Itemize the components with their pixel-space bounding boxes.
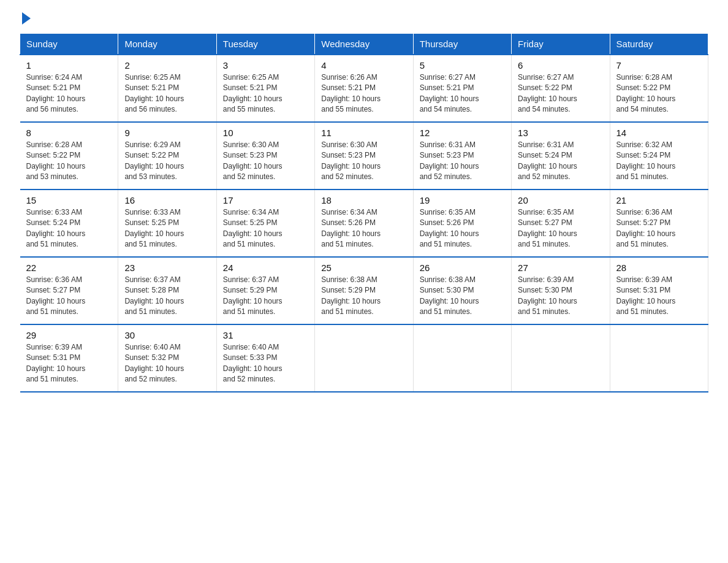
day-number: 4 [321, 60, 406, 71]
day-info: Sunrise: 6:39 AM Sunset: 5:31 PM Dayligh… [616, 275, 702, 318]
calendar-cell: 21 Sunrise: 6:36 AM Sunset: 5:27 PM Dayl… [610, 190, 708, 257]
calendar-cell [413, 324, 511, 392]
calendar-week-row: 1 Sunrise: 6:24 AM Sunset: 5:21 PM Dayli… [20, 55, 708, 122]
day-number: 1 [26, 60, 112, 71]
calendar-cell: 1 Sunrise: 6:24 AM Sunset: 5:21 PM Dayli… [20, 55, 118, 122]
day-info: Sunrise: 6:36 AM Sunset: 5:27 PM Dayligh… [26, 275, 112, 318]
calendar-cell: 8 Sunrise: 6:28 AM Sunset: 5:22 PM Dayli… [20, 122, 118, 190]
calendar-week-row: 8 Sunrise: 6:28 AM Sunset: 5:22 PM Dayli… [20, 122, 708, 190]
calendar-cell: 31 Sunrise: 6:40 AM Sunset: 5:33 PM Dayl… [216, 324, 314, 392]
calendar-cell: 17 Sunrise: 6:34 AM Sunset: 5:25 PM Dayl… [216, 190, 314, 257]
calendar-cell: 26 Sunrise: 6:38 AM Sunset: 5:30 PM Dayl… [413, 257, 511, 324]
calendar-cell: 11 Sunrise: 6:30 AM Sunset: 5:23 PM Dayl… [315, 122, 413, 190]
column-header-saturday: Saturday [610, 34, 708, 55]
column-header-sunday: Sunday [20, 34, 118, 55]
day-number: 19 [420, 195, 505, 205]
day-number: 29 [26, 330, 112, 340]
day-info: Sunrise: 6:36 AM Sunset: 5:27 PM Dayligh… [616, 207, 702, 250]
day-number: 18 [321, 195, 406, 205]
day-info: Sunrise: 6:40 AM Sunset: 5:32 PM Dayligh… [124, 342, 210, 385]
day-number: 6 [518, 60, 603, 71]
day-number: 21 [616, 195, 702, 205]
day-number: 12 [420, 128, 505, 138]
day-number: 2 [124, 60, 210, 71]
day-number: 16 [124, 195, 210, 205]
calendar-cell: 9 Sunrise: 6:29 AM Sunset: 5:22 PM Dayli… [118, 122, 216, 190]
day-number: 24 [223, 262, 308, 273]
calendar-week-row: 29 Sunrise: 6:39 AM Sunset: 5:31 PM Dayl… [20, 324, 708, 392]
calendar-cell: 7 Sunrise: 6:28 AM Sunset: 5:22 PM Dayli… [610, 55, 708, 122]
calendar-cell: 10 Sunrise: 6:30 AM Sunset: 5:23 PM Dayl… [216, 122, 314, 190]
calendar-cell: 20 Sunrise: 6:35 AM Sunset: 5:27 PM Dayl… [512, 190, 610, 257]
calendar-header-row: SundayMondayTuesdayWednesdayThursdayFrid… [20, 34, 708, 55]
day-number: 23 [124, 262, 210, 273]
calendar-week-row: 15 Sunrise: 6:33 AM Sunset: 5:24 PM Dayl… [20, 190, 708, 257]
day-number: 9 [124, 128, 210, 138]
day-number: 14 [616, 128, 702, 138]
day-info: Sunrise: 6:38 AM Sunset: 5:30 PM Dayligh… [420, 275, 505, 318]
day-info: Sunrise: 6:28 AM Sunset: 5:22 PM Dayligh… [26, 140, 112, 183]
day-info: Sunrise: 6:30 AM Sunset: 5:23 PM Dayligh… [321, 140, 406, 183]
calendar-cell: 30 Sunrise: 6:40 AM Sunset: 5:32 PM Dayl… [118, 324, 216, 392]
day-number: 17 [223, 195, 308, 205]
day-number: 31 [223, 330, 308, 340]
calendar-cell: 24 Sunrise: 6:37 AM Sunset: 5:29 PM Dayl… [216, 257, 314, 324]
day-number: 10 [223, 128, 308, 138]
day-info: Sunrise: 6:24 AM Sunset: 5:21 PM Dayligh… [26, 72, 112, 115]
column-header-monday: Monday [118, 34, 216, 55]
day-info: Sunrise: 6:35 AM Sunset: 5:27 PM Dayligh… [518, 207, 603, 250]
day-info: Sunrise: 6:31 AM Sunset: 5:24 PM Dayligh… [518, 140, 603, 183]
day-info: Sunrise: 6:30 AM Sunset: 5:23 PM Dayligh… [223, 140, 308, 183]
calendar-cell: 25 Sunrise: 6:38 AM Sunset: 5:29 PM Dayl… [315, 257, 413, 324]
calendar-cell: 14 Sunrise: 6:32 AM Sunset: 5:24 PM Dayl… [610, 122, 708, 190]
day-number: 28 [616, 262, 702, 273]
logo-arrow-icon [22, 12, 31, 25]
day-number: 15 [26, 195, 112, 205]
page-header [20, 15, 708, 22]
calendar-cell: 3 Sunrise: 6:25 AM Sunset: 5:21 PM Dayli… [216, 55, 314, 122]
calendar-cell: 27 Sunrise: 6:39 AM Sunset: 5:30 PM Dayl… [512, 257, 610, 324]
day-info: Sunrise: 6:27 AM Sunset: 5:21 PM Dayligh… [420, 72, 505, 115]
calendar-cell: 29 Sunrise: 6:39 AM Sunset: 5:31 PM Dayl… [20, 324, 118, 392]
day-info: Sunrise: 6:37 AM Sunset: 5:28 PM Dayligh… [124, 275, 210, 318]
day-number: 3 [223, 60, 308, 71]
day-info: Sunrise: 6:35 AM Sunset: 5:26 PM Dayligh… [420, 207, 505, 250]
day-number: 13 [518, 128, 603, 138]
calendar-cell: 6 Sunrise: 6:27 AM Sunset: 5:22 PM Dayli… [512, 55, 610, 122]
day-info: Sunrise: 6:31 AM Sunset: 5:23 PM Dayligh… [420, 140, 505, 183]
calendar-cell: 22 Sunrise: 6:36 AM Sunset: 5:27 PM Dayl… [20, 257, 118, 324]
calendar-cell [512, 324, 610, 392]
column-header-thursday: Thursday [413, 34, 511, 55]
calendar-cell: 19 Sunrise: 6:35 AM Sunset: 5:26 PM Dayl… [413, 190, 511, 257]
calendar-cell: 4 Sunrise: 6:26 AM Sunset: 5:21 PM Dayli… [315, 55, 413, 122]
day-info: Sunrise: 6:25 AM Sunset: 5:21 PM Dayligh… [124, 72, 210, 115]
day-number: 5 [420, 60, 505, 71]
day-number: 20 [518, 195, 603, 205]
calendar-cell: 12 Sunrise: 6:31 AM Sunset: 5:23 PM Dayl… [413, 122, 511, 190]
day-info: Sunrise: 6:27 AM Sunset: 5:22 PM Dayligh… [518, 72, 603, 115]
day-info: Sunrise: 6:25 AM Sunset: 5:21 PM Dayligh… [223, 72, 308, 115]
day-number: 30 [124, 330, 210, 340]
calendar-cell: 5 Sunrise: 6:27 AM Sunset: 5:21 PM Dayli… [413, 55, 511, 122]
calendar-cell: 16 Sunrise: 6:33 AM Sunset: 5:25 PM Dayl… [118, 190, 216, 257]
day-info: Sunrise: 6:34 AM Sunset: 5:25 PM Dayligh… [223, 207, 308, 250]
day-number: 25 [321, 262, 406, 273]
day-info: Sunrise: 6:37 AM Sunset: 5:29 PM Dayligh… [223, 275, 308, 318]
day-info: Sunrise: 6:28 AM Sunset: 5:22 PM Dayligh… [616, 72, 702, 115]
day-info: Sunrise: 6:39 AM Sunset: 5:31 PM Dayligh… [26, 342, 112, 385]
column-header-wednesday: Wednesday [315, 34, 413, 55]
day-number: 11 [321, 128, 406, 138]
day-number: 27 [518, 262, 603, 273]
day-number: 7 [616, 60, 702, 71]
day-info: Sunrise: 6:33 AM Sunset: 5:24 PM Dayligh… [26, 207, 112, 250]
calendar-table: SundayMondayTuesdayWednesdayThursdayFrid… [20, 33, 708, 393]
day-number: 8 [26, 128, 112, 138]
calendar-cell: 2 Sunrise: 6:25 AM Sunset: 5:21 PM Dayli… [118, 55, 216, 122]
day-number: 26 [420, 262, 505, 273]
day-number: 22 [26, 262, 112, 273]
day-info: Sunrise: 6:40 AM Sunset: 5:33 PM Dayligh… [223, 342, 308, 385]
column-header-tuesday: Tuesday [216, 34, 314, 55]
day-info: Sunrise: 6:34 AM Sunset: 5:26 PM Dayligh… [321, 207, 406, 250]
day-info: Sunrise: 6:26 AM Sunset: 5:21 PM Dayligh… [321, 72, 406, 115]
column-header-friday: Friday [512, 34, 610, 55]
